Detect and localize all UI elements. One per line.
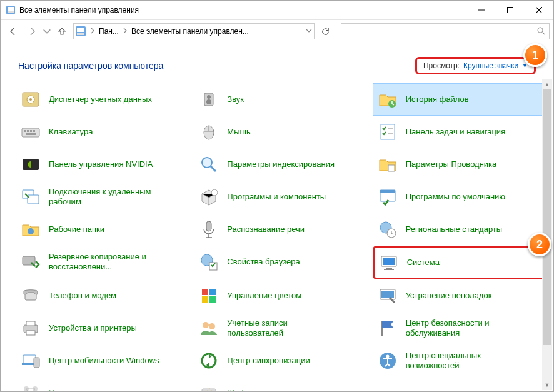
cp-item-phone-modem[interactable]: Телефон и модем <box>16 279 190 312</box>
cp-item-programs[interactable]: Программы и компоненты <box>194 181 368 213</box>
cp-item-label: Устранение неполадок <box>406 291 492 301</box>
troubleshoot-icon <box>377 285 398 306</box>
cp-item-label: Управление цветом <box>227 291 301 301</box>
cp-item-label: История файлов <box>406 94 469 104</box>
nvidia-icon <box>20 154 41 175</box>
cp-item-mouse[interactable]: Мышь <box>194 116 368 148</box>
control-panel-app-icon <box>6 5 16 15</box>
scroll-up-button[interactable]: ▲ <box>542 79 552 89</box>
view-label: Просмотр: <box>423 61 460 70</box>
network-icon <box>20 383 41 391</box>
cp-item-remote[interactable]: Подключения к удаленным рабочим <box>16 181 190 213</box>
address-dropdown-button[interactable] <box>305 27 313 36</box>
cp-item-network-center[interactable]: Центр управления сетями <box>16 377 190 391</box>
scroll-down-button[interactable]: ▼ <box>542 380 552 390</box>
main-header: Настройка параметров компьютера Просмотр… <box>1 43 553 79</box>
users-icon <box>198 318 219 339</box>
cp-item-label: Устройства и принтеры <box>49 323 137 333</box>
cp-item-label: Телефон и модем <box>49 291 116 301</box>
cp-item-file-history[interactable]: История файлов <box>373 83 547 116</box>
cp-item-ease-of-access[interactable]: Центр специальных возможностей <box>373 344 547 377</box>
svg-point-7 <box>538 28 543 33</box>
cp-item-label: Диспетчер учетных данных <box>49 94 152 104</box>
view-selector[interactable]: Просмотр: Крупные значки ▼ <box>415 57 536 74</box>
cp-item-label: Учетные записи пользователей <box>227 318 340 338</box>
svg-rect-56 <box>34 358 39 368</box>
breadcrumb-1[interactable]: Пан... <box>99 27 119 36</box>
svg-rect-17 <box>27 130 29 132</box>
cp-item-browser[interactable]: Свойства браузера <box>194 246 368 278</box>
cp-item-label: Панель управления NVIDIA <box>49 159 153 169</box>
cp-item-indexing[interactable]: Параметры индексирования <box>194 148 368 181</box>
scroll-thumb[interactable] <box>543 89 551 345</box>
chevron-right-icon <box>121 27 129 36</box>
view-value: Крупные значки <box>463 61 518 70</box>
svg-rect-27 <box>28 195 39 204</box>
cp-item-nvidia[interactable]: Панель управления NVIDIA <box>16 148 190 181</box>
cp-item-user-accounts[interactable]: Учетные записи пользователей <box>194 312 368 344</box>
search-box[interactable] <box>341 23 550 39</box>
control-panel-icon <box>75 26 86 37</box>
cp-item-label: Центр управления сетями <box>49 388 148 391</box>
cp-item-devices-printers[interactable]: Устройства и принтеры <box>16 312 190 344</box>
close-button[interactable] <box>525 1 553 19</box>
cp-item-keyboard[interactable]: Клавиатура <box>16 116 190 148</box>
cp-item-explorer-options[interactable]: Параметры Проводника <box>373 148 547 181</box>
checklist-icon <box>377 121 398 143</box>
mobility-icon <box>20 350 41 371</box>
cp-item-default-programs[interactable]: Программы по умолчанию <box>373 181 547 213</box>
work-folders-icon <box>20 219 41 240</box>
chevron-right-icon <box>89 27 96 36</box>
cp-item-speech[interactable]: Распознавание речи <box>194 213 368 246</box>
safe-icon <box>20 89 41 110</box>
cp-item-system[interactable]: Система 2 <box>373 246 547 279</box>
cp-item-regional[interactable]: Региональные стандарты <box>373 213 547 246</box>
sync-icon <box>198 350 219 371</box>
svg-rect-19 <box>33 130 35 132</box>
window-title: Все элементы панели управления <box>19 6 467 14</box>
window-controls <box>467 1 553 19</box>
minimize-button[interactable] <box>467 1 496 19</box>
cp-item-sound[interactable]: Звук <box>194 83 368 116</box>
cp-item-label: Центр мобильности Windows <box>49 356 159 366</box>
refresh-button[interactable] <box>317 23 333 39</box>
address-bar[interactable]: Пан... Все элементы панели управлен... <box>73 23 315 39</box>
folder-options-icon <box>377 154 398 175</box>
nav-arrows <box>4 23 71 40</box>
svg-point-10 <box>29 98 32 101</box>
cp-item-color[interactable]: Управление цветом <box>194 279 368 312</box>
cp-item-troubleshoot[interactable]: Устранение неполадок <box>373 279 547 312</box>
search-icon <box>536 26 545 37</box>
cp-item-mobility-center[interactable]: Центр мобильности Windows <box>16 344 190 377</box>
browser-options-icon <box>198 251 219 273</box>
svg-point-53 <box>209 323 215 329</box>
remote-desktop-icon <box>20 186 41 208</box>
svg-rect-46 <box>209 296 216 303</box>
nav-up-button[interactable] <box>53 23 71 40</box>
cp-item-label: Шифрование диска <box>227 388 301 391</box>
speaker-icon <box>198 89 219 110</box>
cp-item-security-center[interactable]: Центр безопасности и обслуживания <box>373 312 547 344</box>
cp-item-label: Центр синхронизации <box>227 356 310 366</box>
svg-rect-1 <box>8 7 14 11</box>
control-panel-window: Все элементы панели управления <box>0 0 554 392</box>
microphone-icon <box>198 219 219 240</box>
nav-back-button[interactable] <box>4 23 22 40</box>
cp-item-work-folders[interactable]: Рабочие папки <box>16 213 190 246</box>
titlebar: Все элементы панели управления <box>1 1 553 20</box>
maximize-button[interactable] <box>496 1 525 19</box>
flag-icon <box>377 318 398 339</box>
svg-rect-5 <box>77 28 84 32</box>
svg-rect-20 <box>26 133 36 135</box>
cp-item-sync-center[interactable]: Центр синхронизации <box>194 344 368 377</box>
annotation-badge-2: 2 <box>528 233 551 256</box>
breadcrumb-2[interactable]: Все элементы панели управлен... <box>131 27 249 36</box>
nav-forward-button[interactable] <box>23 23 41 40</box>
lock-disk-icon <box>198 383 219 391</box>
cp-item-credentials[interactable]: Диспетчер учетных данных <box>16 83 190 116</box>
nav-recent-button[interactable] <box>42 23 52 40</box>
cp-item-disk-encryption[interactable]: Шифрование диска <box>194 377 368 391</box>
cp-item-taskbar[interactable]: Панель задач и навигация <box>373 116 547 148</box>
search-input[interactable] <box>345 26 536 36</box>
cp-item-backup[interactable]: Резервное копирование и восстановлени... <box>16 246 190 278</box>
